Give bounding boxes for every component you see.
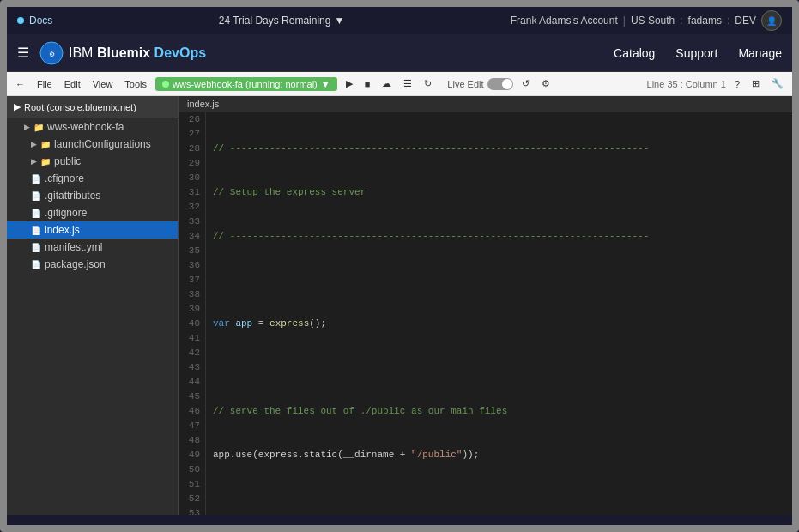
folder-arrow-icon3: ▶ — [31, 157, 37, 166]
refresh-button[interactable]: ↺ — [518, 77, 533, 90]
folder-icon2: 📁 — [40, 140, 51, 149]
file-icon3: 📄 — [31, 209, 41, 218]
hamburger-menu[interactable]: ☰ — [17, 45, 29, 61]
env-label: DEV — [735, 15, 756, 27]
logo-ibm: IBM — [69, 45, 93, 60]
trial-section: 24 Trial Days Remaining ▼ — [219, 15, 345, 27]
status-dot — [162, 81, 169, 88]
sidebar-item-label2: launchConfigurations — [54, 138, 151, 150]
tools-menu[interactable]: Tools — [121, 78, 150, 90]
sidebar-header: ▶ Root (console.bluemix.net) — [7, 96, 178, 118]
sidebar-item-cfignore[interactable]: 📄 .cfignore — [7, 170, 178, 187]
logo-devops: DevOps — [154, 45, 206, 60]
account-label: Frank Adams's Account — [511, 15, 618, 27]
code-editor[interactable]: index.js 26272829 30313233 34353637 3839… — [179, 96, 792, 515]
file-icon4: 📄 — [31, 226, 41, 235]
code-line — [213, 360, 785, 375]
sidebar-item-label8: manifest.yml — [45, 241, 102, 253]
live-edit-label: Live Edit — [447, 79, 483, 89]
code-line: // -------------------------------------… — [213, 142, 785, 156]
sidebar-item-label4: .cfignore — [45, 172, 84, 184]
sidebar-item-gitattributes[interactable]: 📄 .gitattributes — [7, 187, 178, 204]
live-edit-section: Live Edit — [447, 78, 512, 90]
sidebar-item-launch[interactable]: ▶ 📁 launchConfigurations — [7, 136, 178, 153]
region-label: US South — [631, 15, 675, 27]
logo: ⚙ IBM Bluemix DevOps — [39, 41, 206, 65]
nav-links: Catalog Support Manage — [614, 46, 782, 60]
catalog-link[interactable]: Catalog — [614, 46, 655, 60]
line-column-info: Line 35 : Column 1 — [647, 79, 726, 89]
sidebar-item-indexjs[interactable]: 📄 index.js — [7, 221, 178, 239]
code-filename: index.js — [179, 96, 792, 112]
code-line — [213, 273, 785, 287]
file-icon: 📄 — [31, 174, 41, 184]
file-icon6: 📄 — [31, 260, 41, 269]
toggle-knob — [502, 79, 512, 89]
folder-icon: 📁 — [33, 123, 44, 132]
separator: | — [623, 15, 626, 27]
debug-button[interactable]: ⚙ — [538, 77, 554, 90]
avatar-icon: 👤 — [766, 16, 777, 26]
code-line — [213, 492, 785, 506]
sidebar-root-icon: ▶ — [14, 101, 21, 112]
run-label: wws-webhook-fa (running: normal) — [173, 79, 318, 89]
sidebar-item-label3: public — [54, 155, 81, 167]
avatar[interactable]: 👤 — [761, 10, 782, 31]
file-icon2: 📄 — [31, 191, 41, 201]
file-menu[interactable]: File — [33, 78, 56, 90]
docs-section: Docs — [17, 15, 52, 27]
live-edit-toggle[interactable] — [487, 78, 513, 90]
help-button[interactable]: ? — [731, 78, 743, 90]
colon-sep: : — [680, 15, 682, 27]
trial-button[interactable]: 24 Trial Days Remaining ▼ — [219, 15, 345, 27]
manage-link[interactable]: Manage — [738, 46, 782, 60]
sidebar-item-label5: .gitattributes — [45, 190, 100, 202]
docs-icon — [17, 17, 24, 24]
list-button[interactable]: ☰ — [400, 77, 415, 90]
code-content: 26272829 30313233 34353637 38394041 4243… — [179, 112, 792, 515]
colon-sep2: : — [727, 15, 729, 27]
split-button[interactable]: ⊞ — [748, 77, 763, 90]
sidebar-item-manifest[interactable]: 📄 manifest.yml — [7, 239, 178, 256]
back-button[interactable]: ← — [12, 78, 28, 90]
code-line: // -------------------------------------… — [213, 229, 785, 244]
sidebar-item-webhook[interactable]: ▶ 📁 wws-webhook-fa — [7, 118, 178, 136]
run-dropdown-icon: ▼ — [321, 79, 330, 89]
sidebar-item-label: wws-webhook-fa — [47, 121, 124, 133]
support-link[interactable]: Support — [675, 46, 717, 60]
account-section: Frank Adams's Account | US South : fadam… — [511, 10, 782, 31]
logo-bluemix: Bluemix — [97, 45, 150, 60]
view-menu[interactable]: View — [89, 78, 117, 90]
sidebar-item-public[interactable]: ▶ 📁 public — [7, 153, 178, 170]
ibm-logo-icon: ⚙ — [39, 41, 64, 65]
file-icon5: 📄 — [31, 243, 41, 252]
edit-menu[interactable]: Edit — [61, 78, 84, 90]
sidebar-item-label9: package.json — [45, 258, 106, 270]
folder-arrow-icon2: ▶ — [31, 140, 37, 148]
trial-label: 24 Trial Days Remaining — [219, 15, 331, 27]
file-tree: ▶ Root (console.bluemix.net) ▶ 📁 wws-web… — [7, 96, 179, 515]
code-line: // serve the files out of ./public as ou… — [213, 404, 785, 419]
folder-arrow-icon: ▶ — [24, 123, 30, 131]
deploy-button[interactable]: ☁ — [378, 77, 395, 90]
sidebar-root-label: Root (console.bluemix.net) — [24, 102, 136, 112]
code-line: app.use(express.static(__dirname + "/pub… — [213, 448, 785, 462]
trial-dropdown-icon: ▼ — [334, 15, 344, 27]
run-dropdown-button[interactable]: wws-webhook-fa (running: normal) ▼ — [155, 77, 337, 91]
svg-text:⚙: ⚙ — [49, 51, 55, 58]
line-numbers: 26272829 30313233 34353637 38394041 4243… — [179, 112, 206, 515]
code-lines: // -------------------------------------… — [206, 112, 792, 515]
play-button[interactable]: ▶ — [342, 77, 356, 90]
sidebar-item-label7: index.js — [45, 224, 80, 236]
sidebar-item-label6: .gitignore — [45, 207, 87, 219]
sidebar-item-gitignore[interactable]: 📄 .gitignore — [7, 204, 178, 221]
sidebar-item-package[interactable]: 📄 package.json — [7, 256, 178, 273]
logo-text: IBM Bluemix DevOps — [69, 45, 206, 61]
code-line: // Setup the express server — [213, 185, 785, 200]
settings-button[interactable]: 🔧 — [768, 77, 787, 90]
sync-button[interactable]: ↻ — [421, 77, 435, 90]
code-line: var app = express(); — [213, 317, 785, 331]
folder-icon3: 📁 — [40, 157, 51, 166]
docs-label[interactable]: Docs — [29, 15, 52, 27]
stop-button[interactable]: ■ — [361, 78, 374, 90]
